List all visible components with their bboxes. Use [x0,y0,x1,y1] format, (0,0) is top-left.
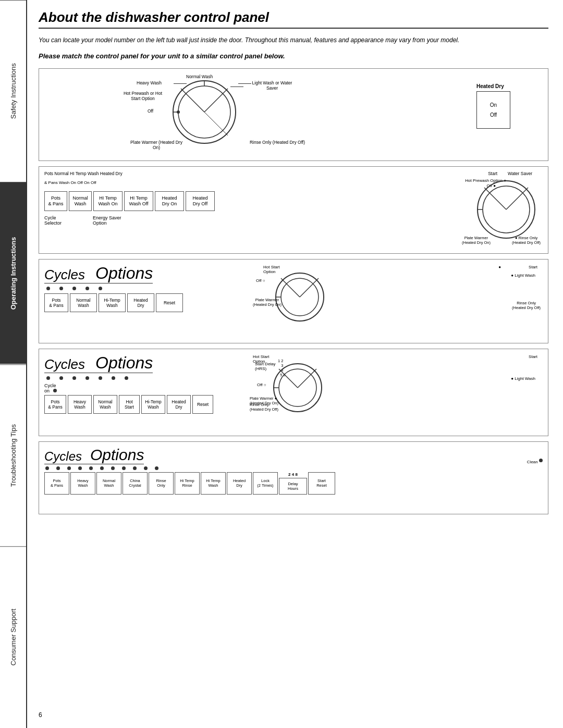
rinse-only-label-2: ● Rinse Only(Heated Dry Off) [512,236,541,245]
pots-pans-btn[interactable]: Pots& Pans [44,191,67,211]
buttons-row-4: Pots& Pans HeavyWash NormalWash HotStart… [44,395,242,414]
btn-china-crystal-5[interactable]: ChinaCrystal [123,472,148,495]
options-label-5: Options [86,446,144,464]
off-3: Off ○ [256,278,265,283]
delay-numbers-label: 2 4 8 [288,472,298,477]
panel3-inner: Cycles Options Pots& Pans NormalWash Hi-… [44,264,543,312]
plate-warmer-3: Plate Warmer(Heated Dry On) [253,298,282,307]
panel3-right: Hot StartOption Start ● Light Wash Off ○… [248,264,543,312]
cycle-on-label: Cycle on [44,383,242,393]
btn-pots-pans-4[interactable]: Pots& Pans [44,395,66,414]
btn-heavy-wash-5[interactable]: HeavyWash [70,472,95,495]
cycles-label-5: Cycles [44,449,86,464]
dot-3-4 [85,287,89,290]
dot-3-3 [72,287,76,290]
dot-5-5 [89,466,93,470]
btn-pots-pans-3[interactable]: Pots& Pans [44,293,68,312]
btn-hot-start-4[interactable]: HotStart [119,395,140,414]
heated-dry-box: On Off [476,91,510,129]
btn-rinse-only-5[interactable]: RinseOnly [149,472,174,495]
delay-section: 2 4 8 DelayHours [279,472,307,495]
svg-line-10 [484,188,506,209]
arrow-line-1 [174,83,187,84]
btn-normal-wash-4[interactable]: NormalWash [93,395,117,414]
dot-4-2 [59,376,63,380]
page-subtitle: You can locate your model number on the … [39,36,548,45]
options-label-3: Options [90,264,153,283]
sidebar-item-troubleshooting[interactable]: Troubleshooting Tips [0,364,26,546]
btn-hitemp-wash-3[interactable]: Hi-TempWash [99,293,126,312]
panel4-left: Cycles Options Cycle on [44,353,242,414]
btn-heated-dry-3[interactable]: HeatedDry [127,293,154,312]
cycles-options-3: Cycles Options [44,264,242,283]
btn-lock-5[interactable]: Lock(2 Times) [253,472,278,495]
svg-line-3 [204,89,228,112]
dots-row-3 [46,287,242,290]
btn-hitemp-rinse-5[interactable]: Hi TempRinse [175,472,200,495]
panel3-left: Cycles Options Pots& Pans NormalWash Hi-… [44,264,242,312]
rinse-only-label: Rinse Only (Heated Dry Off) [249,140,306,145]
dot-4-7 [125,376,128,380]
hi-temp-on-btn[interactable]: HI TempWash On [93,191,123,211]
dot-4-3 [72,376,76,380]
heated-dry-on-btn[interactable]: HeatedDry On [155,191,184,211]
panel2-sublabels: & Pans Wash On Off On Off [44,180,211,185]
dial-svg-1 [170,78,238,146]
dot-5-7 [111,466,115,470]
btn-heated-dry-4[interactable]: HeatedDry [167,395,191,414]
dot-4-5 [99,376,102,380]
panel5-inner: Cycles Options Clean [44,446,543,495]
dot-5-10 [144,466,148,470]
heated-dry-off-btn[interactable]: HeatedDry Off [186,191,215,211]
btn-normal-wash-3[interactable]: NormalWash [70,293,97,312]
btn-reset-4[interactable]: Reset [192,395,213,414]
normal-wash-btn[interactable]: NormalWash [69,191,92,211]
dot-5-11 [155,466,158,470]
dot-5-2 [56,466,60,470]
dot-5-6 [100,466,104,470]
panel2-right: Start Water Saver Hot Prewash Option ● O… [211,171,543,249]
btn-start-reset-5[interactable]: StartReset [308,472,335,495]
off-label-2: Off [490,112,497,118]
dot-5-1 [45,466,49,470]
btn-pots-pans-5[interactable]: Pots& Pans [44,472,69,495]
btn-hitemp-wash-4[interactable]: Hi-TempWash [141,395,165,414]
dot-5-8 [122,466,126,470]
sidebar-item-safety[interactable]: Safety Instructions [0,0,26,182]
svg-point-7 [177,110,180,114]
buttons-row-3: Pots& Pans NormalWash Hi-TempWash Heated… [44,293,242,312]
sidebar-item-consumer[interactable]: Consumer Support [0,546,26,728]
btn-hitemp-wash-5[interactable]: Hi TempWash [201,472,226,495]
hot-prewash-label: Hot Prewash or Hot Start Option [119,91,166,101]
dial-svg-3 [274,271,326,323]
panel2-bottom-labels: CycleSelector Energy SaverOption [44,215,211,226]
dot-4-4 [85,376,89,380]
panel5-top: Cycles Options Clean [44,446,543,464]
dots-row-4 [46,376,242,380]
btn-heated-dry-5[interactable]: HeatedDry [227,472,252,495]
panel-3: Cycles Options Pots& Pans NormalWash Hi-… [39,259,548,343]
sidebar-item-operating[interactable]: Operating Instructions [0,182,26,364]
btn-heavy-wash-4[interactable]: HeavyWash [68,395,92,414]
svg-line-4 [204,112,228,135]
panel-2: Pots Normal HI Temp Wash Heated Dry & Pa… [39,166,548,254]
off-4: Off ○ [257,382,266,387]
hi-temp-off-btn[interactable]: HI TempWash Off [124,191,153,211]
dot-5-4 [78,466,82,470]
panel-4: Cycles Options Cycle on [39,349,548,436]
clean-dot [539,459,543,462]
panel2-left: Pots Normal HI Temp Wash Heated Dry & Pa… [44,171,211,249]
btn-reset-3[interactable]: Reset [156,293,183,312]
panel2-top-labels: Pots Normal HI Temp Wash Heated Dry [44,171,211,176]
panel5-buttons: Pots& Pans HeavyWash NormalWash ChinaCry… [44,472,543,495]
btn-normal-wash-5[interactable]: NormalWash [96,472,121,495]
start-4: Start [529,354,537,359]
off-label: Off [148,108,153,114]
cycle-on-dot [53,389,57,392]
clean-section: Clean [527,458,543,464]
btn-delay-hours-5[interactable]: DelayHours [279,478,307,495]
match-heading: Please match the control panel for your … [39,52,548,60]
dot-3-5 [99,287,102,290]
main-content: About the dishwasher control panel You c… [27,0,563,728]
panel-5: Cycles Options Clean [39,441,548,514]
